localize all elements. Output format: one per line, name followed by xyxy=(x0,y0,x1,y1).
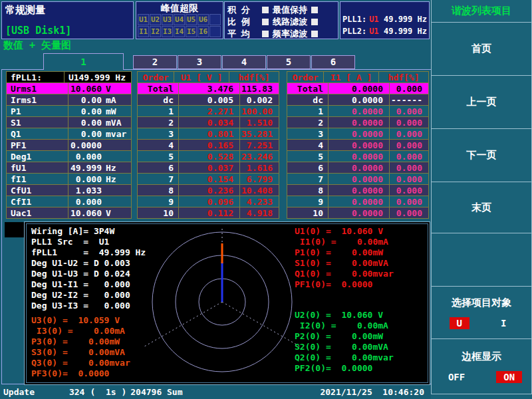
harmonic-row: dc0.0050.002 xyxy=(137,94,279,106)
phase1-line: Q1(0) = 0.00mvar xyxy=(295,269,394,279)
nav-button-2[interactable]: 上一页 xyxy=(431,75,532,129)
measurement-name: fI1 xyxy=(7,174,68,184)
harmonic-value: 0.096 xyxy=(179,196,240,207)
harmonic-row: 30.80135.281 xyxy=(137,128,279,140)
harmonic-hdf: 100.00 xyxy=(240,106,279,116)
measurement-row-Deg1: Deg10.000 xyxy=(6,151,132,162)
phase3-line: P3(0) = 0.00mW xyxy=(31,336,130,347)
harmonic-hdf: 1.510 xyxy=(240,118,279,128)
measurement-name: Urms1 xyxy=(7,83,68,94)
phase1-line: P1(0) = 0.00mW xyxy=(295,247,394,258)
harmonic-row: 80.00000.000 xyxy=(287,185,429,196)
tab-element-6[interactable]: 6 xyxy=(311,55,355,69)
measurement-unit: Hz xyxy=(102,163,131,173)
fpll-frequency: 49.999 Hz xyxy=(79,72,131,82)
select-option-i[interactable]: I xyxy=(493,317,513,329)
mode-label: 平 均 xyxy=(227,28,258,40)
harmonic-row: 100.1124.918 xyxy=(137,207,279,219)
peak-cell-u: U1 xyxy=(138,14,149,25)
mode-row: 平 均频率滤波 xyxy=(227,28,335,40)
harmonic-row: Total0.00000.000 xyxy=(287,83,429,94)
sidebar-title-box: 谐波列表项目 xyxy=(431,0,532,23)
phase2-line: U2(0) = 10.060 V xyxy=(295,310,394,321)
tab-element-2[interactable]: 2 xyxy=(133,55,177,69)
measurement-value: 0.00 xyxy=(68,106,102,116)
nav-button-3[interactable]: 下一页 xyxy=(431,128,532,182)
status-bar: Update 324 ( 1s ) 204796 Sum 2021/11/25 … xyxy=(0,384,431,399)
phase1-line: S1(0) = 0.00mVA xyxy=(295,258,394,269)
measurement-row-Urms1: Urms110.060V xyxy=(6,83,132,94)
measurement-unit: mvar xyxy=(102,129,131,139)
mode-indicator-panel: 积 分最值保持比 例线路滤波平 均频率滤波 xyxy=(224,1,338,39)
phase3-line: S3(0) = 0.00mVA xyxy=(31,347,130,358)
page-marker xyxy=(5,222,25,237)
phase3-values-block: U3(0) = 10.059 V I3(0) = 0.00mAP3(0) = 0… xyxy=(31,315,130,379)
tab-element-4[interactable]: 4 xyxy=(222,55,266,69)
column-header-hdf: hdf[%] xyxy=(379,72,428,82)
harmonic-value: 0.037 xyxy=(179,162,240,173)
harmonic-hdf: 4.233 xyxy=(240,197,279,207)
view-mode-label: 数值 + 矢量图 xyxy=(3,39,71,52)
border-option-off[interactable]: OFF xyxy=(441,371,472,383)
harmonic-value: 0.0000 xyxy=(329,83,390,94)
border-option-on[interactable]: ON xyxy=(496,371,522,383)
measurement-value: 0.00 xyxy=(68,129,102,139)
pll-status-panel: PLL1:U149.999 HzPLL2:U149.999 Hz xyxy=(340,1,430,39)
select-option-u[interactable]: U xyxy=(450,317,469,329)
column-header-value: I1 [ A ] xyxy=(324,72,379,82)
measurement-name: Irms1 xyxy=(7,94,68,105)
measurement-value: 10.060 xyxy=(68,208,102,218)
pll-row: PLL1:U149.999 Hz xyxy=(342,13,427,25)
harmonic-value: 0.528 xyxy=(179,151,240,162)
filter-indicator-box xyxy=(311,7,318,13)
harmonic-hdf: 23.246 xyxy=(240,152,279,162)
sidebar-empty-section xyxy=(431,233,532,287)
harmonic-header-row: OrderU1 [ V ]hdf[%] xyxy=(137,71,279,83)
wiring-info-line: Deg U2-I2 = 0.000 xyxy=(31,290,146,301)
measurement-name: P1 xyxy=(7,106,68,116)
phase3-line: I3(0) = 0.00mA xyxy=(31,326,130,336)
harmonic-value: 0.0000 xyxy=(329,151,390,162)
harmonic-value: 0.0000 xyxy=(329,174,390,184)
soft-key-sidebar: 谐波列表项目 首页上一页下一页末页 选择项目对象 UI 边框显示 OFFON xyxy=(431,0,532,399)
update-count: 324 xyxy=(69,387,84,397)
tab-element-3[interactable]: 3 xyxy=(178,55,221,69)
harmonic-hdf: 0.000 xyxy=(390,197,428,207)
harmonic-hdf: 0.000 xyxy=(390,208,428,218)
measurement-table-header: fPLL1: U1 49.999 Hz xyxy=(6,71,132,83)
update-rate: ( 1s ) xyxy=(90,387,126,397)
peak-over-limit-panel: 峰值超限 U1U2U3U4U5U6 I1I2I3I4I5I6 xyxy=(136,1,223,39)
measurement-value: 49.999 xyxy=(68,163,102,173)
harmonic-hdf: 4.918 xyxy=(240,208,279,218)
harmonic-value: 0.0000 xyxy=(329,140,390,150)
harmonic-hdf: 0.000 xyxy=(390,186,428,196)
nav-button-4[interactable]: 末页 xyxy=(431,182,532,233)
tab-element-1[interactable]: 1 xyxy=(43,53,124,70)
peak-cell-u: U6 xyxy=(198,14,209,25)
usb-disk-indicator: [USB Disk1] xyxy=(5,25,71,37)
tab-element-5[interactable]: 5 xyxy=(267,55,311,69)
filter-label: 线路滤波 xyxy=(273,16,307,28)
column-header-value: U1 [ V ] xyxy=(174,72,229,82)
nav-button-1[interactable]: 首页 xyxy=(431,22,532,76)
harmonic-value: 0.801 xyxy=(179,128,240,139)
harmonic-header-row: OrderI1 [ A ]hdf[%] xyxy=(287,71,429,83)
pll-row: PLL2:U149.999 Hz xyxy=(342,25,427,37)
phase1-values-block: U1(0) = 10.060 V I1(0) = 0.00mAP1(0) = 0… xyxy=(295,226,394,290)
pll-label: PLL2: xyxy=(342,25,366,37)
harmonic-order: 2 xyxy=(138,117,179,128)
measurement-name: Deg1 xyxy=(7,151,68,162)
pll-label: PLL1: xyxy=(342,13,366,25)
measurement-name: Uac1 xyxy=(7,207,68,218)
phase2-line: PF2(0)= 0.0000 xyxy=(295,363,394,374)
harmonic-value: 3.476 xyxy=(179,83,240,94)
phase2-values-block: U2(0) = 10.060 V I2(0) = 0.00mAP2(0) = 0… xyxy=(295,310,394,374)
measurement-name: PF1 xyxy=(7,140,68,150)
harmonic-order: 2 xyxy=(287,117,329,128)
measurement-name: fU1 xyxy=(7,162,68,173)
border-display-section: 边框显示 OFFON xyxy=(431,338,532,394)
measurement-value: 10.060 xyxy=(68,84,102,94)
wiring-info-line: Deg U1-U2 = D 0.003 xyxy=(31,258,146,269)
peak-cell-i: I4 xyxy=(174,26,185,37)
peak-cell-i: I6 xyxy=(198,26,209,37)
